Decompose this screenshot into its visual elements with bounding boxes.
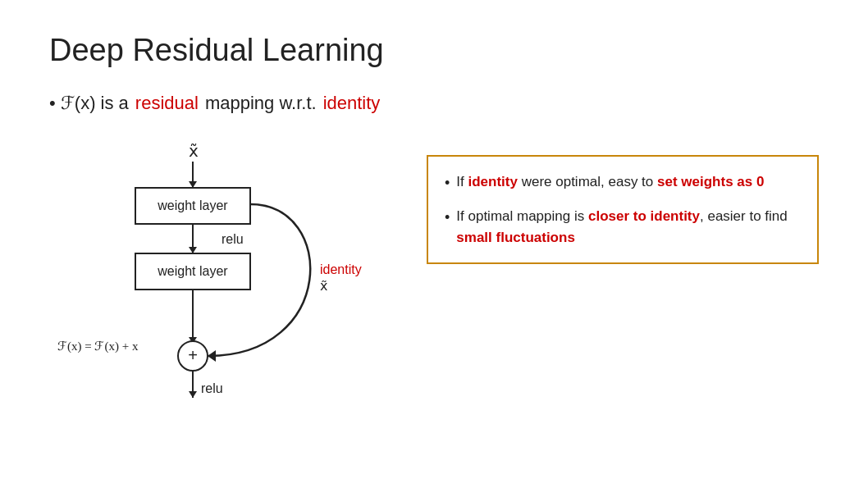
plus-circle-label: + xyxy=(188,346,198,364)
bullet-prefix: • ℱ(x) is a xyxy=(49,93,129,114)
bullet-middle: mapping w.r.t. xyxy=(205,93,317,114)
info-text-1: If identity were optimal, easy to set we… xyxy=(456,171,764,193)
bullet-dot-1: • xyxy=(445,172,450,194)
info-item-2: • If optimal mapping is closer to identi… xyxy=(445,206,801,248)
main-content: x̃ weight layer relu weight layer xyxy=(49,139,819,417)
bullet-dot-2: • xyxy=(445,207,450,229)
svg-marker-10 xyxy=(189,391,197,398)
relu-2-label: relu xyxy=(201,381,223,395)
svg-marker-4 xyxy=(189,247,197,253)
weight-layer-1-label: weight layer xyxy=(157,198,228,212)
diagram-area: x̃ weight layer relu weight layer xyxy=(49,139,394,417)
identity-curve-label: identity xyxy=(320,262,362,276)
fx-label: ℱ(x) = ℱ(x) + x xyxy=(57,340,139,353)
svg-marker-11 xyxy=(208,350,216,362)
x-input-label: x̃ xyxy=(189,142,199,160)
bullet-line: • ℱ(x) is a residual mapping w.r.t. iden… xyxy=(49,93,819,114)
residual-text: residual xyxy=(135,93,199,114)
identity-x-label: x̃ xyxy=(320,279,327,293)
info-text-2: If optimal mapping is closer to identity… xyxy=(456,206,801,248)
identity-text: identity xyxy=(323,93,381,114)
slide-container: Deep Residual Learning • ℱ(x) is a resid… xyxy=(0,0,868,488)
diagram-svg: x̃ weight layer relu weight layer xyxy=(49,139,394,417)
relu-1-label: relu xyxy=(222,232,244,246)
info-box: • If identity were optimal, easy to set … xyxy=(427,155,819,264)
weight-layer-2-label: weight layer xyxy=(157,264,228,278)
info-item-1: • If identity were optimal, easy to set … xyxy=(445,171,801,194)
svg-marker-1 xyxy=(189,181,197,188)
page-title: Deep Residual Learning xyxy=(49,33,819,68)
